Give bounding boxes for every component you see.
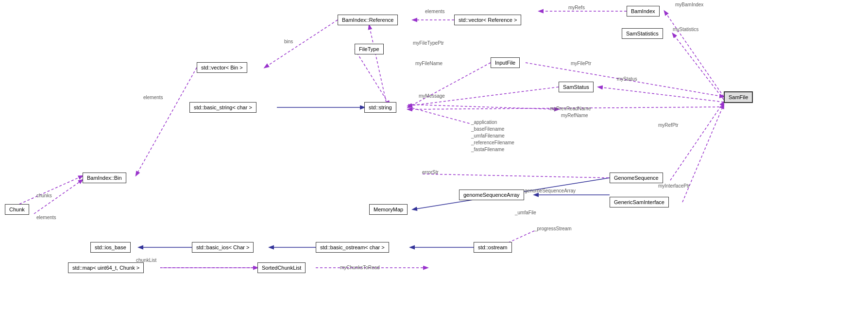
node-stdiospbase: std::ios_base <box>90 242 131 253</box>
node-SamFile: SamFile <box>724 91 753 103</box>
node-GenericSamInterface: GenericSamInterface <box>610 197 669 207</box>
label-myFileTypePtr: myFileTypePtr <box>413 40 444 46</box>
label-progressStream: _progressStream <box>534 226 572 231</box>
node-genomeSequenceArray: genomeSequenceArray <box>459 190 524 200</box>
label-myStatistics: myStatistics <box>673 27 698 32</box>
node-stdbasicostream: std::basic_ostream< char > <box>316 242 389 253</box>
node-stdbasiciosChar: std::basic_ios< Char > <box>192 242 254 253</box>
node-stdvectorReference: std::vector< Reference > <box>454 15 521 25</box>
svg-line-18 <box>423 174 610 178</box>
node-BamIndexReference: BamIndex::Reference <box>338 15 398 25</box>
node-stdvectorBin: std::vector< Bin > <box>197 62 247 73</box>
label-errorStr: errorStr <box>422 170 439 175</box>
label-bins: bins <box>284 39 293 44</box>
label-umfaFilename: _umfaFilename <box>471 133 505 138</box>
svg-line-12 <box>265 20 338 68</box>
label-myRefs: myRefs <box>568 5 585 10</box>
node-Chunk: Chunk <box>5 204 29 215</box>
label-elements-3: elements <box>36 215 56 220</box>
node-stdstring: std::string <box>364 102 396 113</box>
svg-line-11 <box>136 68 197 175</box>
label-elements-2: elements <box>143 95 163 100</box>
svg-line-25 <box>19 176 83 204</box>
node-stdbasicstringchar: std::basic_string< char > <box>189 102 256 113</box>
node-SamStatus: SamStatus <box>559 82 594 92</box>
node-InputFile: InputFile <box>491 57 520 68</box>
svg-line-9 <box>673 34 724 100</box>
label-myStatus: myStatus <box>617 76 637 82</box>
diagram-container: Chunk BamIndex::Bin std::vector< Bin > s… <box>0 0 868 311</box>
svg-line-13 <box>408 63 491 107</box>
node-GenomeSequence: GenomeSequence <box>610 173 663 183</box>
node-stdmapuint64Chunk: std::map< uint64_t, Chunk > <box>68 262 144 273</box>
node-SortedChunkList: SortedChunkList <box>257 262 306 273</box>
label-myFilePtr: myFilePtr <box>571 61 591 66</box>
label-referenceFilename: _referenceFilename <box>471 140 514 145</box>
label-chunks: chunks <box>36 193 52 198</box>
svg-line-10 <box>355 49 390 105</box>
node-stdostream: std::ostream <box>474 242 512 253</box>
svg-line-20 <box>670 102 724 180</box>
svg-line-14 <box>598 87 724 102</box>
label-myBamIndex: myBamIndex <box>675 2 703 7</box>
label-myInterfacePtr: myInterfacePtr <box>658 183 690 189</box>
node-BamIndexBin: BamIndex::Bin <box>83 173 126 183</box>
svg-line-8 <box>664 11 724 97</box>
label-myChunksToRead: myChunksToRead <box>340 265 380 270</box>
node-SamStatistics: SamStatistics <box>622 28 663 39</box>
label-application: _application <box>471 120 497 125</box>
label-fastaFilename: _fastaFilename <box>471 147 504 152</box>
label-myRefName: myRefName <box>561 113 588 118</box>
label-myFileName: myFileName <box>415 61 443 66</box>
node-FileType: FileType <box>355 44 384 54</box>
label-elements-1: elements <box>425 9 445 14</box>
node-MemoryMap: MemoryMap <box>369 204 408 215</box>
label-baseFilename: _baseFilename <box>471 126 504 132</box>
label-genomeSequenceArray: genomeSequenceArray <box>525 188 576 193</box>
node-BamIndex: BamIndex <box>627 6 660 17</box>
label-myMessage: myMessage <box>419 93 445 99</box>
label-chunkList: chunkList <box>136 258 156 263</box>
label-myPrevReadName: myPrevReadName <box>550 106 591 111</box>
label-umfaFile: _umfaFile <box>515 210 536 215</box>
label-myRefPtr: myRefPtr <box>658 122 679 128</box>
svg-line-17 <box>408 107 471 124</box>
svg-line-16 <box>408 104 559 109</box>
svg-line-29 <box>369 25 386 102</box>
